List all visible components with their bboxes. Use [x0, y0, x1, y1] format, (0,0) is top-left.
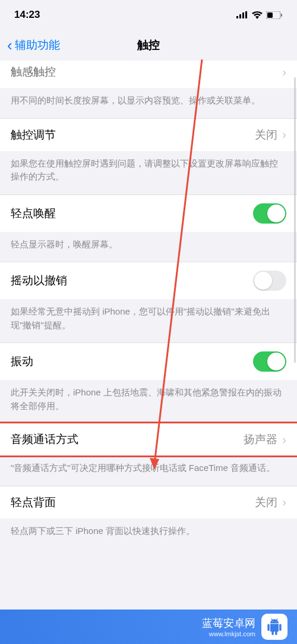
- signal-icon: [236, 11, 248, 18]
- touch-adjust-value: 关闭: [255, 127, 277, 143]
- highlight-annotation: 音频通话方式 扬声器 ›: [0, 422, 297, 457]
- wifi-icon: [252, 11, 263, 19]
- svg-rect-1: [239, 14, 241, 18]
- svg-rect-6: [281, 14, 282, 17]
- svg-rect-3: [245, 11, 247, 18]
- haptic-touch-footer: 用不同的时间长度按屏幕，以显示内容预览、操作或关联菜单。: [0, 88, 297, 118]
- status-time: 14:23: [14, 9, 40, 21]
- audio-call-footer: "音频通话方式"可决定用哪种方式接听电话或 FaceTime 音频通话。: [0, 455, 297, 486]
- status-bar: 14:23: [0, 0, 297, 30]
- svg-rect-2: [242, 12, 244, 18]
- touch-adjust-row[interactable]: 触控调节 关闭 ›: [0, 118, 297, 151]
- battery-icon: [266, 11, 283, 19]
- shake-undo-footer: 如果经常无意中摇动到 iPhone，您可以停用"摇动以撤销"来避免出现"撤销"提…: [0, 299, 297, 343]
- back-tap-row[interactable]: 轻点背面 关闭 ›: [0, 486, 297, 519]
- shake-undo-toggle[interactable]: [253, 271, 286, 291]
- touch-adjust-footer: 如果您在使用触控屏时遇到问题，请调整以下设置更改屏幕响应触控操作的方式。: [0, 151, 297, 194]
- watermark: 蓝莓安卓网 www.lmkjst.com: [0, 610, 297, 644]
- chevron-icon: ›: [282, 495, 286, 509]
- chevron-icon: ›: [282, 128, 286, 142]
- shake-undo-row: 摇动以撤销: [0, 262, 297, 299]
- vibration-row: 振动: [0, 343, 297, 380]
- svg-rect-0: [236, 16, 238, 18]
- nav-bar: ‹ 辅助功能 触控: [0, 30, 297, 61]
- vibration-footer: 此开关关闭时，iPhone 上包括地震、海啸和其他紧急警报在内的振动将全部停用。: [0, 380, 297, 423]
- back-button[interactable]: ‹ 辅助功能: [7, 37, 60, 53]
- watermark-title: 蓝莓安卓网: [202, 616, 255, 630]
- watermark-logo-icon: [261, 614, 287, 640]
- audio-call-row[interactable]: 音频通话方式 扬声器 ›: [0, 423, 297, 455]
- back-chevron-icon: ‹: [7, 37, 12, 53]
- scrollbar[interactable]: [294, 77, 296, 363]
- vibration-toggle[interactable]: [253, 351, 286, 372]
- back-tap-value: 关闭: [255, 495, 277, 510]
- tap-to-wake-footer: 轻点显示器时，唤醒屏幕。: [0, 232, 297, 262]
- audio-call-value: 扬声器: [244, 432, 277, 447]
- status-icons: [236, 11, 283, 19]
- tap-to-wake-toggle[interactable]: [253, 203, 286, 224]
- watermark-url: www.lmkjst.com: [209, 630, 255, 637]
- content-scroll[interactable]: 触感触控 › 用不同的时间长度按屏幕，以显示内容预览、操作或关联菜单。 触控调节…: [0, 61, 297, 644]
- chevron-icon: ›: [282, 65, 286, 79]
- back-label: 辅助功能: [15, 37, 60, 53]
- nav-title: 触控: [137, 37, 160, 53]
- back-tap-footer: 轻点两下或三下 iPhone 背面以快速执行操作。: [0, 519, 297, 549]
- chevron-icon: ›: [282, 433, 286, 447]
- tap-to-wake-row: 轻点唤醒: [0, 194, 297, 232]
- haptic-touch-row[interactable]: 触感触控 ›: [0, 61, 297, 88]
- svg-rect-5: [267, 12, 273, 18]
